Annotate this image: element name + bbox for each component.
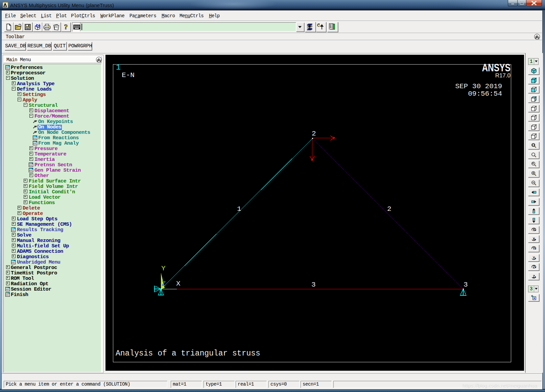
svg-text:Z: Z	[533, 265, 535, 269]
svg-text:Z: Z	[533, 275, 535, 278]
svg-text:Y: Y	[533, 247, 535, 250]
svg-text:?: ?	[64, 23, 68, 31]
svg-text:Y: Y	[533, 256, 535, 260]
svg-text:X: X	[533, 237, 535, 241]
svg-text:X: X	[533, 228, 535, 232]
